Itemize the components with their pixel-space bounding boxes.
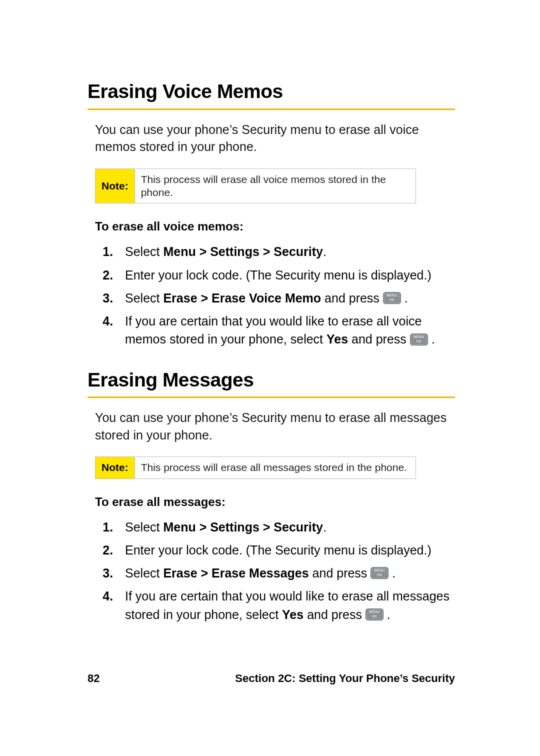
section-divider [88,396,455,398]
step-item: Select Erase > Erase Voice Memo and pres… [120,289,455,307]
step-bold: Menu > Settings > Security [163,520,323,534]
note-label: Note: [96,457,135,478]
section-erasing-messages: Erasing Messages You can use your phone’… [88,368,455,624]
step-bold: Erase > Erase Messages [163,566,308,580]
step-bold: Menu > Settings > Security [163,244,323,258]
step-bold: Erase > Erase Voice Memo [163,291,321,305]
section-intro: You can use your phone’s Security menu t… [95,409,455,444]
steps-list: Select Menu > Settings > Security. Enter… [100,242,455,348]
note-callout: Note: This process will erase all voice … [95,168,416,204]
manual-page: Erasing Voice Memos You can use your pho… [0,0,540,756]
step-text: . [388,566,396,580]
note-text: This process will erase all voice memos … [135,169,416,204]
section-erasing-voice-memos: Erasing Voice Memos You can use your pho… [88,80,455,348]
note-label: Note: [96,169,135,204]
section-divider [88,108,455,110]
section-title: Erasing Voice Memos [88,80,455,104]
step-text: Enter your lock code. (The Security menu… [125,268,432,282]
step-text: . [428,332,435,346]
page-footer: 82 Section 2C: Setting Your Phone’s Secu… [88,672,455,685]
step-text: Select [125,291,163,305]
step-text: Select [125,244,163,258]
steps-list: Select Menu > Settings > Security. Enter… [100,518,455,624]
instructions-heading: To erase all messages: [95,495,455,509]
menu-ok-button-icon [370,567,388,579]
section-title: Erasing Messages [88,368,455,392]
step-item: If you are certain that you would like t… [120,587,455,624]
instructions-heading: To erase all voice memos: [95,220,455,234]
footer-section-label: Section 2C: Setting Your Phone’s Securit… [235,672,455,685]
step-text: and press [348,332,410,346]
step-bold: Yes [282,608,304,622]
note-text: This process will erase all messages sto… [135,457,413,478]
step-item: Enter your lock code. (The Security menu… [120,541,455,559]
step-item: Select Erase > Erase Messages and press … [120,564,455,582]
section-intro: You can use your phone’s Security menu t… [95,121,455,156]
step-text: and press [309,566,371,580]
step-text: and press [304,608,366,622]
note-callout: Note: This process will erase all messag… [95,456,416,478]
step-item: Select Menu > Settings > Security. [120,242,455,260]
menu-ok-button-icon [366,608,384,620]
menu-ok-button-icon [410,334,428,346]
step-text: Enter your lock code. (The Security menu… [125,543,432,557]
step-text: Select [125,520,163,534]
menu-ok-button-icon [383,292,401,304]
step-text: . [323,520,326,534]
step-text: . [401,291,408,305]
step-item: Enter your lock code. (The Security menu… [120,266,455,284]
step-bold: Yes [326,332,348,346]
step-text: Select [125,566,163,580]
page-number: 82 [88,672,100,685]
step-item: Select Menu > Settings > Security. [120,518,455,536]
step-item: If you are certain that you would like t… [120,312,455,348]
step-text: . [384,608,390,622]
step-text: . [323,244,326,258]
step-text: and press [321,291,383,305]
